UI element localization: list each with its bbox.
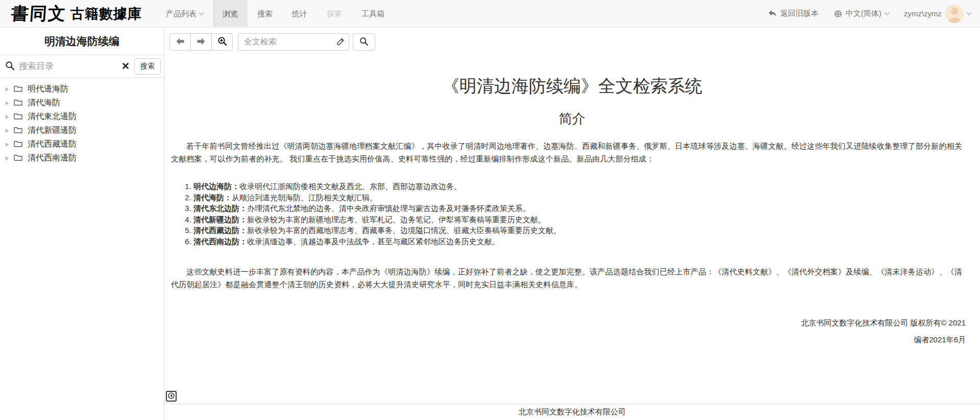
tree-item-qing-sea-defense[interactable]: 清代海防 — [0, 96, 164, 110]
list-item-term: 清代海防： — [193, 193, 232, 202]
tree-item-label: 明代邊海防 — [28, 84, 68, 95]
search-icon — [359, 37, 369, 48]
tree-item-qing-xinjiang-border[interactable]: 清代新疆邊防 — [0, 124, 164, 137]
tree-item-label: 清代西南邊防 — [28, 153, 77, 164]
list-item-desc: 新收录较为丰富的西藏地理志考、西藏事务、边境隘口情况、驻藏大臣奏稿等重要历史文献… — [247, 226, 561, 235]
catalog-tree: 明代邊海防 清代海防 清代東北邊防 清代新疆邊防 清代西藏邊防 — [0, 78, 164, 165]
fulltext-search-input[interactable] — [238, 33, 349, 51]
globe-icon — [834, 10, 842, 18]
catalog-search-bar: 搜索 — [0, 55, 164, 78]
nav-statistics[interactable]: 统计 — [282, 0, 317, 27]
list-item-term: 清代东北边防： — [193, 204, 247, 213]
copyright-line: 北京书同文数字化技术有限公司 版权所有© 2021 — [164, 318, 966, 328]
section-subtitle: 简介 — [164, 110, 980, 128]
folder-icon — [14, 85, 22, 94]
nav-search[interactable]: 搜索 — [248, 0, 282, 27]
footer-bar: 北京书同文数字化技术有限公司 — [164, 404, 980, 420]
caret-right-icon — [6, 129, 9, 133]
main-menu: 产品列表 浏览 搜索 统计 探索 工具箱 — [156, 0, 394, 27]
forward-button[interactable] — [190, 33, 212, 51]
closing-paragraph: 这些文献史料进一步丰富了原有资料的内容，本产品作为《明清边海防》续编，正好弥补了… — [171, 265, 966, 291]
back-button[interactable] — [169, 33, 191, 51]
zoom-in-button[interactable] — [211, 33, 233, 51]
caret-right-icon — [6, 87, 9, 91]
avatar — [945, 5, 964, 23]
top-navbar: 書同文 古籍數據庫 产品列表 浏览 搜索 统计 探索 工具箱 返回旧版本 中文(… — [0, 0, 980, 28]
list-item-desc: 收录明代江浙闽防倭相关文献及西北、东部、西部边塞边政边务。 — [239, 182, 461, 191]
page-title: 《明清边海防续编》全文检索系统 — [164, 75, 980, 98]
catalog-search-button[interactable]: 搜索 — [134, 58, 161, 75]
tree-item-label: 清代東北邊防 — [28, 111, 77, 122]
search-icon — [5, 61, 15, 73]
arrow-right-icon — [197, 37, 206, 47]
app-logo[interactable]: 書同文 古籍數據庫 — [11, 0, 142, 27]
tree-item-label: 清代新疆邊防 — [28, 125, 77, 136]
list-item-desc: 从顺治到道光朝海防、江防相关文献汇辑。 — [232, 193, 377, 202]
list-item-term: 清代西南边防： — [193, 237, 247, 246]
avatar-figure — [948, 18, 961, 23]
list-item-desc: 办理清代东北禁地的边务、清中央政府审慎处理与蒙古边务及对藩务怀柔政策关系。 — [247, 204, 530, 213]
catalog-search-input[interactable] — [19, 61, 117, 72]
fulltext-search-button[interactable] — [353, 33, 375, 51]
tree-item-qing-tibet-border[interactable]: 清代西藏邊防 — [0, 137, 164, 151]
list-item: 清代东北边防：办理清代东北禁地的边务、清中央政府审慎处理与蒙古边务及对藩务怀柔政… — [193, 203, 966, 214]
nav-product-list-label: 产品列表 — [166, 0, 197, 28]
caret-right-icon — [6, 143, 9, 147]
nav-browse[interactable]: 浏览 — [213, 0, 248, 27]
intro-paragraph: 若干年前书同文曾经推出过《明清两朝边塞海疆地理档案文献汇编》，其中收录了明清时周… — [171, 139, 966, 165]
folder-icon — [14, 99, 22, 108]
close-icon — [122, 62, 129, 71]
username-label: zymz\zymz — [904, 9, 942, 18]
chevron-down-icon — [199, 10, 204, 15]
editor-date-line: 编者2021年6月 — [164, 335, 966, 345]
tree-item-ming-border-sea-defense[interactable]: 明代邊海防 — [0, 82, 164, 96]
arrow-left-icon — [176, 37, 185, 47]
list-item: 清代西南边防：收录滇缅边事、滇越边事及中法战争，甚至与藏区紧邻地区边务历史文献。 — [193, 236, 966, 247]
list-item: 清代海防：从顺治到道光朝海防、江防相关文献汇辑。 — [193, 192, 966, 203]
list-item: 明代边海防：收录明代江浙闽防倭相关文献及西北、东部、西部边塞边政边务。 — [193, 181, 966, 192]
handwriting-pencil-icon[interactable] — [336, 37, 345, 49]
tree-item-label: 清代海防 — [28, 98, 60, 108]
main-content: 《明清边海防续编》全文检索系统 简介 若干年前书同文曾经推出过《明清两朝边塞海疆… — [164, 28, 980, 420]
avatar-figure — [951, 8, 958, 15]
folder-icon — [14, 112, 22, 122]
return-arrow-icon — [768, 10, 777, 17]
nav-product-list[interactable]: 产品列表 — [156, 0, 213, 27]
sidebar-collapse-button[interactable] — [166, 391, 177, 402]
copyright-block: 北京书同文数字化技术有限公司 版权所有© 2021 编者2021年6月 — [164, 318, 966, 345]
sidebar: 明清边海防续编 搜索 明代邊海防 清代海防 — [0, 28, 164, 420]
user-menu[interactable]: zymz\zymz — [904, 5, 971, 23]
tree-item-label: 清代西藏邊防 — [28, 139, 77, 150]
caret-right-icon — [6, 115, 9, 119]
logo-title: 古籍數據庫 — [70, 5, 142, 23]
folder-icon — [14, 140, 22, 149]
list-item-desc: 收录滇缅边事、滇越边事及中法战争，甚至与藏区紧邻地区边务历史文献。 — [247, 237, 500, 246]
list-item-term: 明代边海防： — [193, 182, 239, 191]
list-item-term: 清代新疆边防： — [193, 215, 247, 224]
list-item: 清代西藏边防：新收录较为丰富的西藏地理志考、西藏事务、边境隘口情况、驻藏大臣奏稿… — [193, 225, 966, 236]
tree-item-qing-southwest-border[interactable]: 清代西南邊防 — [0, 151, 164, 165]
folder-icon — [14, 154, 22, 163]
nav-toolbox[interactable]: 工具箱 — [352, 0, 394, 27]
product-parts-list: 明代边海防：收录明代江浙闽防倭相关文献及西北、东部、西部边塞边政边务。 清代海防… — [164, 181, 966, 247]
nav-button-group — [169, 33, 233, 51]
tree-item-qing-northeast-border[interactable]: 清代東北邊防 — [0, 110, 164, 124]
language-label: 中文(简体) — [846, 9, 881, 18]
reader-toolbar — [169, 33, 980, 51]
nav-explore: 探索 — [317, 0, 352, 27]
list-item-desc: 新收录较为丰富的新疆地理志考、驻军札记、边务笔记、伊犁将军奏稿等重要历史文献。 — [247, 215, 546, 224]
language-selector[interactable]: 中文(简体) — [834, 9, 889, 18]
magnifier-plus-icon — [217, 36, 227, 48]
clear-search-button[interactable] — [121, 61, 130, 72]
folder-icon — [14, 126, 22, 135]
collection-title: 明清边海防续编 — [0, 28, 164, 55]
back-to-old-version-link[interactable]: 返回旧版本 — [768, 9, 819, 18]
caret-right-icon — [6, 156, 9, 160]
back-to-old-version-label: 返回旧版本 — [780, 9, 819, 18]
list-item: 清代新疆边防：新收录较为丰富的新疆地理志考、驻军札记、边务笔记、伊犁将军奏稿等重… — [193, 214, 966, 225]
circled-left-arrow-icon — [167, 392, 175, 401]
fulltext-search-field — [238, 33, 349, 51]
page-shell: 明清边海防续编 搜索 明代邊海防 清代海防 — [0, 28, 980, 420]
list-item-term: 清代西藏边防： — [193, 226, 247, 235]
chevron-down-icon — [967, 10, 972, 15]
